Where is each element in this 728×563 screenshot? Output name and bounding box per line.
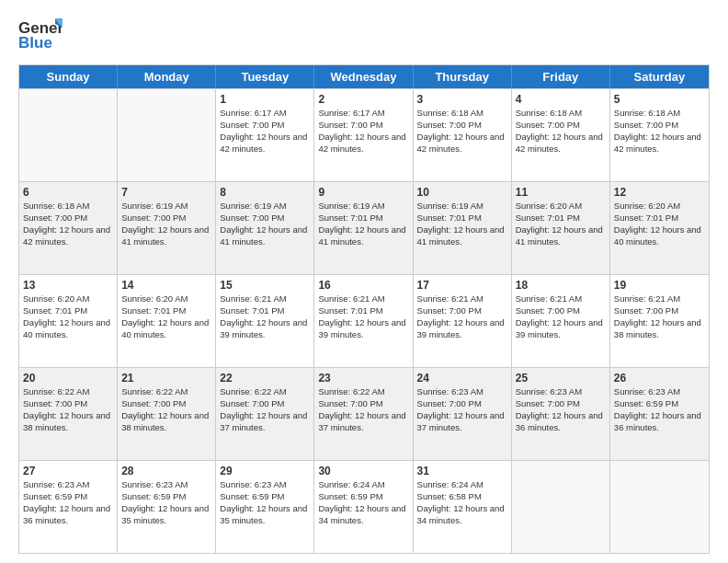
- daylight-text: Daylight: 12 hours and 38 minutes.: [614, 317, 701, 339]
- sunset-text: Sunset: 7:01 PM: [417, 213, 482, 223]
- day-number: 2: [318, 92, 408, 107]
- sunset-text: Sunset: 7:01 PM: [516, 213, 580, 223]
- day-number: 4: [516, 92, 606, 107]
- sunset-text: Sunset: 7:00 PM: [121, 398, 186, 408]
- calendar-header: SundayMondayTuesdayWednesdayThursdayFrid…: [19, 65, 709, 88]
- day-number: 30: [318, 464, 408, 478]
- sunrise-text: Sunrise: 6:23 AM: [614, 386, 680, 396]
- sunrise-text: Sunrise: 6:21 AM: [417, 293, 483, 304]
- calendar-cell: 25Sunrise: 6:23 AMSunset: 7:00 PMDayligh…: [512, 368, 610, 460]
- sunset-text: Sunset: 7:01 PM: [318, 213, 382, 223]
- sunset-text: Sunset: 7:00 PM: [417, 398, 482, 408]
- weekday-header: Wednesday: [314, 65, 413, 88]
- sunrise-text: Sunrise: 6:22 AM: [318, 386, 384, 396]
- day-number: 19: [614, 278, 705, 293]
- calendar-cell: 12Sunrise: 6:20 AMSunset: 7:01 PMDayligh…: [610, 182, 709, 274]
- day-number: 23: [318, 371, 408, 385]
- day-number: 28: [121, 464, 211, 478]
- sunrise-text: Sunrise: 6:22 AM: [220, 386, 286, 396]
- daylight-text: Daylight: 12 hours and 42 minutes.: [417, 132, 505, 154]
- daylight-text: Daylight: 12 hours and 37 minutes.: [220, 410, 307, 432]
- daylight-text: Daylight: 12 hours and 42 minutes.: [220, 132, 307, 154]
- calendar-cell: 28Sunrise: 6:23 AMSunset: 6:59 PMDayligh…: [118, 461, 216, 553]
- day-number: 26: [614, 371, 705, 385]
- daylight-text: Daylight: 12 hours and 41 minutes.: [516, 224, 603, 247]
- sunrise-text: Sunrise: 6:20 AM: [121, 293, 188, 304]
- sunrise-text: Sunrise: 6:23 AM: [23, 479, 89, 489]
- sunrise-text: Sunrise: 6:23 AM: [417, 386, 483, 396]
- sunrise-text: Sunrise: 6:23 AM: [516, 386, 582, 396]
- logo: General Blue: [18, 15, 63, 55]
- day-number: 5: [614, 92, 705, 107]
- day-number: 9: [318, 185, 408, 200]
- sunset-text: Sunset: 7:01 PM: [614, 213, 678, 223]
- sunset-text: Sunset: 7:00 PM: [220, 398, 284, 408]
- calendar-cell: 18Sunrise: 6:21 AMSunset: 7:00 PMDayligh…: [512, 275, 610, 367]
- sunrise-text: Sunrise: 6:18 AM: [516, 108, 582, 118]
- calendar-cell: 26Sunrise: 6:23 AMSunset: 6:59 PMDayligh…: [610, 368, 709, 460]
- calendar-cell: [118, 89, 216, 181]
- day-number: 3: [417, 92, 507, 107]
- daylight-text: Daylight: 12 hours and 34 minutes.: [318, 503, 405, 525]
- day-number: 7: [121, 185, 211, 200]
- daylight-text: Daylight: 12 hours and 34 minutes.: [417, 503, 505, 525]
- weekday-header: Friday: [512, 65, 610, 88]
- sunrise-text: Sunrise: 6:20 AM: [23, 293, 89, 304]
- daylight-text: Daylight: 12 hours and 36 minutes.: [614, 410, 701, 432]
- calendar-cell: 3Sunrise: 6:18 AMSunset: 7:00 PMDaylight…: [414, 89, 512, 181]
- calendar-row: 13Sunrise: 6:20 AMSunset: 7:01 PMDayligh…: [19, 274, 709, 367]
- calendar-row: 27Sunrise: 6:23 AMSunset: 6:59 PMDayligh…: [19, 460, 709, 553]
- daylight-text: Daylight: 12 hours and 41 minutes.: [121, 224, 209, 247]
- page: General Blue SundayMondayTuesdayWednesda…: [0, 0, 728, 563]
- calendar-cell: 9Sunrise: 6:19 AMSunset: 7:01 PMDaylight…: [314, 182, 413, 274]
- daylight-text: Daylight: 12 hours and 40 minutes.: [614, 224, 701, 247]
- daylight-text: Daylight: 12 hours and 41 minutes.: [318, 224, 405, 247]
- sunrise-text: Sunrise: 6:19 AM: [318, 201, 384, 211]
- daylight-text: Daylight: 12 hours and 41 minutes.: [220, 224, 307, 247]
- calendar-cell: 2Sunrise: 6:17 AMSunset: 7:00 PMDaylight…: [314, 89, 413, 181]
- calendar-cell: 15Sunrise: 6:21 AMSunset: 7:01 PMDayligh…: [216, 275, 314, 367]
- calendar-cell: 24Sunrise: 6:23 AMSunset: 7:00 PMDayligh…: [414, 368, 512, 460]
- sunset-text: Sunset: 7:00 PM: [614, 305, 678, 316]
- sunrise-text: Sunrise: 6:20 AM: [614, 201, 680, 211]
- sunrise-text: Sunrise: 6:17 AM: [220, 108, 286, 118]
- daylight-text: Daylight: 12 hours and 42 minutes.: [318, 132, 405, 154]
- calendar: SundayMondayTuesdayWednesdayThursdayFrid…: [18, 64, 710, 554]
- sunset-text: Sunset: 7:00 PM: [23, 213, 87, 223]
- sunset-text: Sunset: 7:00 PM: [417, 120, 482, 130]
- daylight-text: Daylight: 12 hours and 38 minutes.: [121, 410, 209, 432]
- calendar-cell: 16Sunrise: 6:21 AMSunset: 7:01 PMDayligh…: [314, 275, 413, 367]
- header: General Blue: [18, 15, 710, 55]
- daylight-text: Daylight: 12 hours and 39 minutes.: [220, 317, 307, 339]
- sunrise-text: Sunrise: 6:20 AM: [516, 201, 582, 211]
- calendar-cell: 10Sunrise: 6:19 AMSunset: 7:01 PMDayligh…: [414, 182, 512, 274]
- daylight-text: Daylight: 12 hours and 35 minutes.: [220, 503, 307, 525]
- sunrise-text: Sunrise: 6:21 AM: [516, 293, 582, 304]
- day-number: 24: [417, 371, 507, 385]
- sunset-text: Sunset: 7:00 PM: [614, 120, 678, 130]
- weekday-header: Sunday: [19, 65, 118, 88]
- daylight-text: Daylight: 12 hours and 36 minutes.: [516, 410, 603, 432]
- sunrise-text: Sunrise: 6:17 AM: [318, 108, 384, 118]
- weekday-header: Monday: [118, 65, 216, 88]
- sunrise-text: Sunrise: 6:21 AM: [614, 293, 680, 304]
- daylight-text: Daylight: 12 hours and 42 minutes.: [516, 132, 603, 154]
- sunset-text: Sunset: 6:59 PM: [614, 398, 678, 408]
- calendar-cell: 13Sunrise: 6:20 AMSunset: 7:01 PMDayligh…: [19, 275, 118, 367]
- daylight-text: Daylight: 12 hours and 42 minutes.: [614, 132, 701, 154]
- calendar-cell: 19Sunrise: 6:21 AMSunset: 7:00 PMDayligh…: [610, 275, 709, 367]
- sunrise-text: Sunrise: 6:24 AM: [417, 479, 483, 489]
- calendar-cell: 8Sunrise: 6:19 AMSunset: 7:00 PMDaylight…: [216, 182, 314, 274]
- sunset-text: Sunset: 7:00 PM: [220, 120, 284, 130]
- sunset-text: Sunset: 7:01 PM: [318, 305, 382, 316]
- sunrise-text: Sunrise: 6:18 AM: [417, 108, 483, 118]
- weekday-header: Saturday: [610, 65, 709, 88]
- day-number: 10: [417, 185, 507, 200]
- day-number: 20: [23, 371, 113, 385]
- sunrise-text: Sunrise: 6:23 AM: [121, 479, 188, 489]
- calendar-cell: 4Sunrise: 6:18 AMSunset: 7:00 PMDaylight…: [512, 89, 610, 181]
- daylight-text: Daylight: 12 hours and 39 minutes.: [516, 317, 603, 339]
- daylight-text: Daylight: 12 hours and 41 minutes.: [417, 224, 505, 247]
- sunrise-text: Sunrise: 6:18 AM: [23, 201, 89, 211]
- calendar-cell: 30Sunrise: 6:24 AMSunset: 6:59 PMDayligh…: [314, 461, 413, 553]
